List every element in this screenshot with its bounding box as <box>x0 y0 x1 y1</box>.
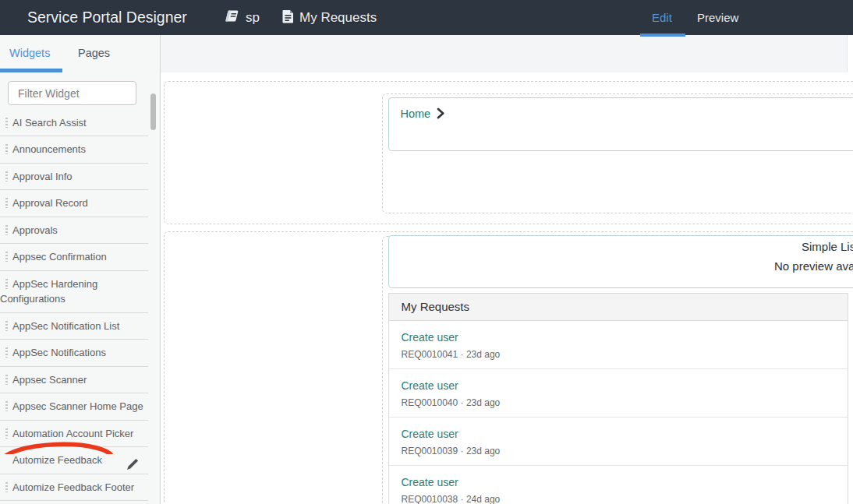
widget-name: AI Search Assist <box>12 117 87 129</box>
widget-list-item[interactable]: AppSec Hardening Configurations <box>0 271 148 313</box>
widget-list-item[interactable]: Appsec Scanner Home Page <box>0 393 148 421</box>
drag-handle-icon <box>5 171 8 182</box>
drag-handle-icon <box>5 198 8 208</box>
widget-list-item[interactable]: Approval Record <box>0 190 148 217</box>
breadcrumb-home-link[interactable]: Home <box>401 107 431 120</box>
request-title-link[interactable]: Create user <box>402 474 835 490</box>
request-list: Create user REQ0010041 · 23d ago Create … <box>389 321 848 504</box>
drag-handle-icon <box>5 225 8 235</box>
widget-list-item[interactable]: Automation Account Picker <box>0 421 148 448</box>
page-label: My Requests <box>299 10 377 26</box>
request-list-item[interactable]: Create user REQ0010038 · 24d ago <box>389 466 848 504</box>
request-list-item[interactable]: Create user REQ0010039 · 23d ago <box>389 418 848 466</box>
request-list-item[interactable]: Create user REQ0010040 · 23d ago <box>389 369 848 418</box>
widget-list-item[interactable]: Announcements <box>0 136 148 164</box>
widget-list-item[interactable]: AppSec Notifications <box>0 340 148 367</box>
widget-name: Automation Account Picker <box>12 428 133 439</box>
widget-list-item[interactable]: AppSec Notification List <box>0 313 148 340</box>
request-meta: REQ0010040 · 23d ago <box>402 397 835 409</box>
request-title-link[interactable]: Create user <box>402 330 835 345</box>
widget-list-item[interactable]: Automize Feedback Footer <box>0 474 148 502</box>
widget-list-item[interactable]: Appsec Confirmation <box>0 244 148 271</box>
portal-indicator[interactable]: sp <box>225 0 260 35</box>
request-list-item[interactable]: Create user REQ0010041 · 23d ago <box>389 321 848 369</box>
widget-preview-name: Simple List <box>802 240 853 253</box>
widget-name: Automize Feedback <box>12 454 102 466</box>
breadcrumb-widget[interactable]: Home <box>388 97 853 151</box>
app-title: Service Portal Designer <box>27 0 187 35</box>
drag-handle-icon <box>5 321 8 331</box>
drag-handle-icon <box>5 375 8 385</box>
widget-name: Appsec Confirmation <box>12 251 107 263</box>
page-indicator[interactable]: My Requests <box>282 0 377 35</box>
request-meta: REQ0010038 · 24d ago <box>402 494 835 504</box>
sidebar-tab-widgets[interactable]: Widgets <box>9 35 50 72</box>
request-meta: REQ0010041 · 23d ago <box>402 349 835 361</box>
widget-name: AppSec Hardening Configurations <box>0 278 97 305</box>
tab-edit[interactable]: Edit <box>652 0 672 35</box>
widget-sidebar: Widgets Pages AI Search Assist Announcem… <box>0 35 161 504</box>
widget-name: Approval Record <box>12 197 88 209</box>
widget-name: Approval Info <box>12 171 73 182</box>
drag-handle-icon <box>5 144 8 154</box>
my-requests-panel: My Requests Create user REQ0010041 · 23d… <box>388 293 848 504</box>
app-header: Service Portal Designer sp <box>0 0 853 35</box>
drag-handle-icon <box>5 482 8 492</box>
drag-handle-icon <box>5 428 8 439</box>
sidebar-scrollbar-thumb[interactable] <box>150 93 156 130</box>
drag-handle-icon <box>5 252 8 262</box>
edit-pencil-icon[interactable] <box>126 454 139 467</box>
request-title-link[interactable]: Create user <box>402 378 835 393</box>
book-icon <box>225 9 240 26</box>
filter-widget-input[interactable] <box>8 81 136 105</box>
chevron-right-icon <box>436 107 445 122</box>
canvas-scrollbar[interactable] <box>847 35 853 72</box>
widget-name: Appsec Scanner <box>12 374 87 386</box>
widget-list-item[interactable]: AI Search Assist <box>0 110 148 137</box>
drag-handle-icon <box>5 118 8 128</box>
drag-handle-icon <box>5 401 8 411</box>
request-meta: REQ0010039 · 23d ago <box>402 446 835 457</box>
drag-handle-icon <box>5 347 8 358</box>
portal-label: sp <box>246 10 260 26</box>
edit-tab-active-underline <box>640 33 685 37</box>
widget-list-item[interactable]: Appsec Scanner <box>0 367 148 394</box>
widget-list-item[interactable]: Automize Feedback <box>0 447 148 474</box>
drag-handle-icon <box>5 279 8 289</box>
widget-list-item[interactable]: Approval Info <box>0 164 148 191</box>
widget-name: Appsec Scanner Home Page <box>12 400 143 412</box>
widget-name: AppSec Notification List <box>12 320 119 332</box>
sidebar-tab-pages[interactable]: Pages <box>78 35 110 72</box>
widget-list-item[interactable]: Approvals <box>0 217 148 245</box>
widget-name: Announcements <box>12 143 86 155</box>
document-icon <box>282 9 294 26</box>
widget-list: AI Search Assist Announcements Approval … <box>0 110 148 502</box>
tab-preview[interactable]: Preview <box>697 0 738 35</box>
widgets-tab-active-underline <box>0 69 62 72</box>
request-title-link[interactable]: Create user <box>402 426 835 442</box>
designer-canvas: Home Simple List No preview available My… <box>161 35 853 504</box>
panel-title: My Requests <box>389 294 848 321</box>
widget-name: AppSec Notifications <box>12 347 106 358</box>
canvas-toolbar-strip <box>161 35 853 72</box>
widget-name: Approvals <box>12 224 58 236</box>
widget-name: Automize Feedback Footer <box>12 481 134 493</box>
widget-preview-message: No preview available <box>774 259 853 273</box>
